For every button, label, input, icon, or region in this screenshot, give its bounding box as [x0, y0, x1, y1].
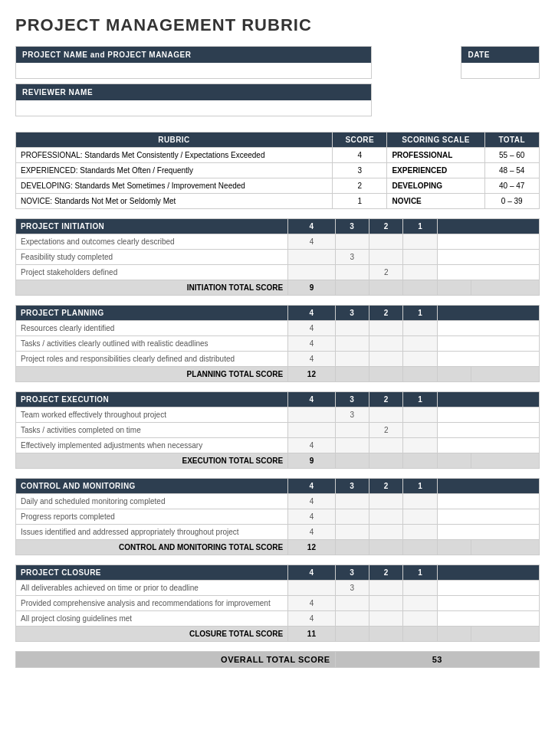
item-s1 [403, 321, 437, 336]
total-label: CLOSURE TOTAL SCORE [16, 627, 288, 642]
reviewer-value[interactable] [16, 100, 371, 116]
item-s2: 2 [369, 265, 403, 280]
item-s3 [335, 494, 369, 509]
item-s1 [403, 611, 437, 627]
item-label: Provided comprehensive analysis and reco… [16, 596, 288, 611]
project-name-box: PROJECT NAME and PROJECT MANAGER [15, 46, 372, 79]
rubric-row: NOVICE: Standards Not Met or Seldomly Me… [16, 194, 540, 209]
section-table: PROJECT INITIATION 4 3 2 1 Expectations … [15, 218, 540, 296]
item-s3: 3 [335, 407, 369, 423]
section-total-row: INITIATION TOTAL SCORE 9 [16, 280, 540, 296]
item-label: Expectations and outcomes clearly descri… [16, 234, 288, 250]
item-s1 [403, 336, 437, 352]
section-h1: 1 [403, 479, 437, 494]
section-h4: 4 [288, 306, 335, 321]
section-item: Team worked effectively throughout proje… [16, 407, 540, 423]
section-item: Resources clearly identified 4 [16, 321, 540, 336]
section-h2: 2 [369, 565, 403, 581]
item-s3: 3 [335, 250, 369, 265]
rubric-score: 2 [332, 178, 386, 194]
item-s3 [335, 423, 369, 438]
rubric-header-row: RUBRIC SCORE SCORING SCALE TOTAL [16, 133, 540, 148]
item-s2 [369, 581, 403, 596]
item-s4: 4 [288, 525, 335, 540]
item-s1 [403, 525, 437, 540]
total-value: 12 [288, 540, 335, 555]
overall-row: OVERALL TOTAL SCORE 53 [16, 652, 540, 668]
item-label: All deliverables achieved on time or pri… [16, 581, 288, 596]
section-item: All project closing guidelines met 4 [16, 611, 540, 627]
section-total-row: CONTROL AND MONITORING TOTAL SCORE 12 [16, 540, 540, 555]
scale-total: 55 – 60 [484, 148, 540, 163]
section-header: PROJECT PLANNING 4 3 2 1 [16, 306, 540, 321]
item-s1 [403, 352, 437, 367]
project-name-label: PROJECT NAME and PROJECT MANAGER [16, 47, 371, 63]
date-value[interactable] [461, 63, 539, 78]
item-s3 [335, 234, 369, 250]
section-item: Project roles and responsibilities clear… [16, 352, 540, 367]
section-name: PROJECT CLOSURE [16, 565, 288, 581]
total-label: PLANNING TOTAL SCORE [16, 367, 288, 382]
reviewer-label: REVIEWER NAME [16, 84, 371, 100]
item-label: Feasibility study completed [16, 250, 288, 265]
section-h2: 2 [369, 479, 403, 494]
item-s2: 2 [369, 423, 403, 438]
item-s2 [369, 407, 403, 423]
rubric-text: DEVELOPING: Standards Met Sometimes / Im… [16, 178, 333, 194]
section-table: PROJECT PLANNING 4 3 2 1 Resources clear… [15, 305, 540, 382]
top-section: PROJECT NAME and PROJECT MANAGER REVIEWE… [15, 46, 540, 121]
rubric-row: PROFESSIONAL: Standards Met Consistently… [16, 148, 540, 163]
total-label: EXECUTION TOTAL SCORE [16, 453, 288, 469]
item-label: Tasks / activities clearly outlined with… [16, 336, 288, 352]
scale-label: EXPERIENCED [387, 163, 484, 178]
item-s4 [288, 250, 335, 265]
section-total-row: CLOSURE TOTAL SCORE 11 [16, 627, 540, 642]
project-name-value[interactable] [16, 63, 371, 78]
section-item: Progress reports completed 4 [16, 509, 540, 525]
item-s1 [403, 407, 437, 423]
item-label: Issues identified and addressed appropri… [16, 525, 288, 540]
section-h3: 3 [335, 392, 369, 407]
item-s3: 3 [335, 581, 369, 596]
item-label: Project roles and responsibilities clear… [16, 352, 288, 367]
section-item: Tasks / activities clearly outlined with… [16, 336, 540, 352]
item-s2 [369, 250, 403, 265]
rubric-score: 3 [332, 163, 386, 178]
item-s4: 4 [288, 352, 335, 367]
item-s1 [403, 234, 437, 250]
section-h2: 2 [369, 392, 403, 407]
item-s3 [335, 525, 369, 540]
item-s1 [403, 596, 437, 611]
item-label: Team worked effectively throughout proje… [16, 407, 288, 423]
section-header: CONTROL AND MONITORING 4 3 2 1 [16, 479, 540, 494]
page-title: PROJECT MANAGEMENT RUBRIC [15, 15, 540, 35]
section-h4: 4 [288, 392, 335, 407]
rubric-col-header: RUBRIC [16, 133, 333, 148]
item-s4: 4 [288, 234, 335, 250]
item-s2 [369, 336, 403, 352]
item-label: All project closing guidelines met [16, 611, 288, 627]
section-item: Effectively implemented adjustments when… [16, 438, 540, 453]
rubric-text: EXPERIENCED: Standards Met Often / Frequ… [16, 163, 333, 178]
section-h1: 1 [403, 565, 437, 581]
scale-label: NOVICE [387, 194, 484, 209]
section-name: PROJECT EXECUTION [16, 392, 288, 407]
item-s4: 4 [288, 336, 335, 352]
total-value: 9 [288, 280, 335, 296]
scale-total: 0 – 39 [484, 194, 540, 209]
section-item: Tasks / activities completed on time 2 [16, 423, 540, 438]
section-table: CONTROL AND MONITORING 4 3 2 1 Daily and… [15, 478, 540, 555]
overall-value: 53 [335, 652, 539, 668]
section-h3: 3 [335, 306, 369, 321]
item-s2 [369, 611, 403, 627]
scale-label: PROFESSIONAL [387, 148, 484, 163]
rubric-row: EXPERIENCED: Standards Met Often / Frequ… [16, 163, 540, 178]
section-h4: 4 [288, 565, 335, 581]
section-total-row: EXECUTION TOTAL SCORE 9 [16, 453, 540, 469]
rubric-score: 4 [332, 148, 386, 163]
date-label: DATE [461, 47, 539, 63]
section-item: Project stakeholders defined 2 [16, 265, 540, 280]
section-name: PROJECT PLANNING [16, 306, 288, 321]
section-h3: 3 [335, 219, 369, 234]
item-s2 [369, 234, 403, 250]
